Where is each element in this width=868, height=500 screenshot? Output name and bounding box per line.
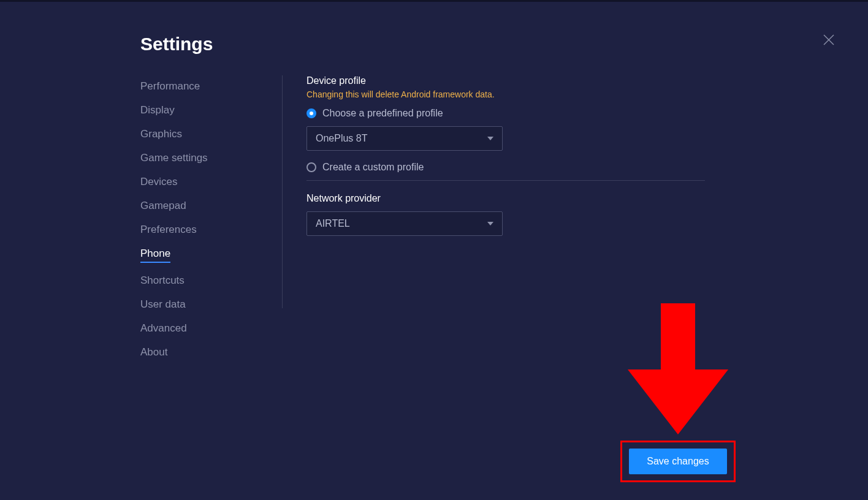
sidebar-item-performance[interactable]: Performance (140, 80, 200, 93)
sidebar-item-user-data[interactable]: User data (140, 298, 186, 311)
sidebar-item-gamepad[interactable]: Gamepad (140, 200, 186, 212)
svg-marker-2 (628, 303, 728, 434)
chevron-down-icon (487, 137, 493, 140)
chevron-down-icon (487, 222, 493, 225)
sidebar-item-devices[interactable]: Devices (140, 176, 177, 188)
network-provider-heading: Network provider (306, 193, 715, 204)
annotation-highlight-box: Save changes (620, 441, 736, 482)
radio-label: Choose a predefined profile (322, 108, 443, 119)
close-icon[interactable] (821, 32, 836, 47)
sidebar-item-advanced[interactable]: Advanced (140, 322, 187, 335)
settings-content: Device profile Changing this will delete… (306, 75, 715, 247)
sidebar-item-game-settings[interactable]: Game settings (140, 152, 208, 164)
radio-icon (306, 162, 316, 172)
settings-sidebar: Performance Display Graphics Game settin… (140, 80, 269, 358)
device-profile-warning: Changing this will delete Android framew… (306, 89, 715, 99)
sidebar-item-display[interactable]: Display (140, 104, 175, 116)
sidebar-item-graphics[interactable]: Graphics (140, 128, 182, 140)
network-provider-select[interactable]: AIRTEL (306, 211, 503, 236)
page-title: Settings (140, 34, 213, 55)
select-value: OnePlus 8T (316, 133, 367, 144)
vertical-divider (282, 75, 283, 308)
radio-custom-profile[interactable]: Create a custom profile (306, 162, 715, 173)
radio-label: Create a custom profile (322, 162, 424, 173)
device-profile-heading: Device profile (306, 75, 715, 86)
button-label: Save changes (647, 456, 709, 467)
sidebar-item-preferences[interactable]: Preferences (140, 224, 197, 236)
annotation-arrow-icon (628, 303, 728, 434)
sidebar-item-about[interactable]: About (140, 346, 167, 358)
device-profile-select[interactable]: OnePlus 8T (306, 126, 503, 151)
radio-predefined-profile[interactable]: Choose a predefined profile (306, 108, 715, 119)
radio-icon (306, 108, 316, 118)
select-value: AIRTEL (316, 218, 350, 229)
section-divider (306, 180, 705, 181)
settings-page: Settings Performance Display Graphics Ga… (0, 2, 868, 500)
sidebar-item-phone[interactable]: Phone (140, 248, 170, 263)
save-changes-button[interactable]: Save changes (629, 449, 727, 474)
sidebar-item-shortcuts[interactable]: Shortcuts (140, 275, 185, 287)
